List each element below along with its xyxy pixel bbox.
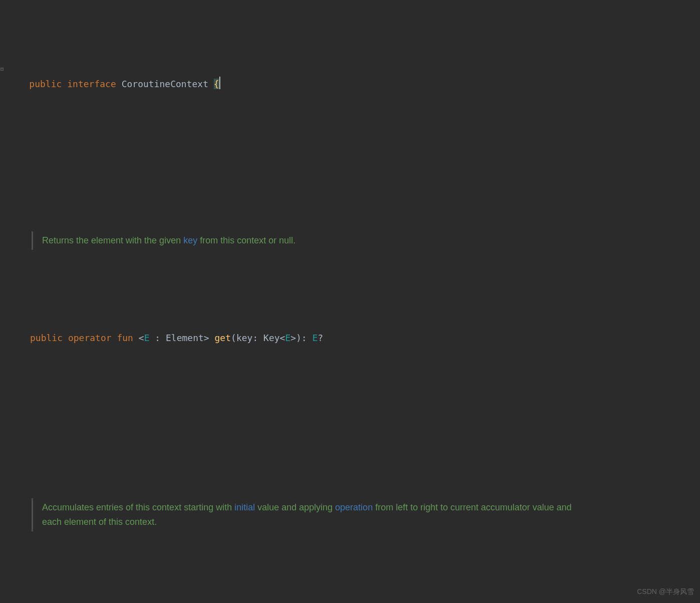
type-name: CoroutineContext	[122, 79, 208, 89]
kdoc-fold: Accumulates entries of this context star…	[32, 498, 573, 531]
punc: <	[139, 333, 144, 343]
interface-declaration-line[interactable]: ⊟public interface CoroutineContext {	[0, 61, 700, 107]
keyword-interface: interface	[67, 79, 116, 89]
punc: ?	[318, 333, 323, 343]
fun-name: get	[215, 333, 231, 343]
punc: :	[149, 333, 166, 343]
fun-fold-signature[interactable]: public fun <R> fold(initial: R, operatio…	[0, 596, 700, 603]
keyword: public	[30, 333, 63, 343]
punc: >	[290, 333, 296, 343]
brace-open: {	[214, 79, 219, 89]
punc: )	[296, 333, 301, 343]
kdoc-text: Returns the element with the given	[42, 235, 183, 245]
keyword: operator	[68, 333, 112, 343]
kdoc-text: .	[293, 235, 295, 245]
kdoc-link-initial[interactable]: initial	[234, 502, 255, 512]
punc: :	[301, 333, 312, 343]
kdoc-text: value and applying	[255, 502, 335, 512]
type-param: E	[285, 333, 290, 343]
type-param: E	[312, 333, 318, 343]
type: Key	[263, 333, 280, 343]
param: key	[236, 333, 253, 343]
kdoc-text: Accumulates entries of this context star…	[42, 502, 234, 512]
type-param: E	[144, 333, 150, 343]
type: Element	[166, 333, 204, 343]
keyword-public: public	[29, 79, 62, 89]
keyword: fun	[117, 333, 133, 343]
kdoc-text: from this context or	[197, 235, 279, 245]
punc: :	[252, 333, 263, 343]
code-editor[interactable]: ⊟public interface CoroutineContext { Ret…	[0, 0, 700, 603]
fun-get-signature[interactable]: public operator fun <E : Element> get(ke…	[0, 315, 700, 361]
watermark: CSDN @半身风雪	[637, 586, 694, 598]
punc: <	[280, 333, 285, 343]
fold-gutter-icon[interactable]: ⊟	[1, 65, 4, 74]
punc: >	[204, 333, 209, 343]
kdoc-link-key[interactable]: key	[183, 235, 197, 245]
punc: (	[231, 333, 236, 343]
kdoc-get: Returns the element with the given key f…	[32, 231, 573, 250]
kdoc-code: null	[279, 235, 293, 245]
kdoc-link-operation[interactable]: operation	[335, 502, 373, 512]
